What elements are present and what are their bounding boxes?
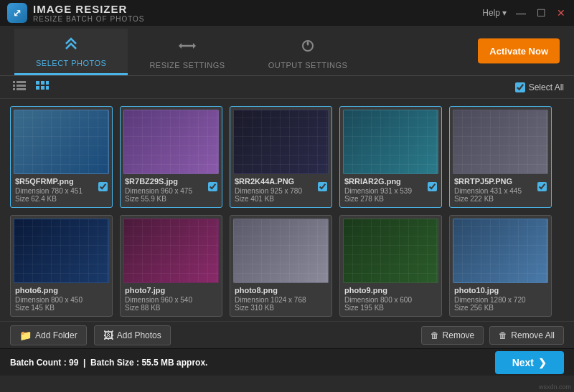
select-all-checkbox[interactable] [515,82,525,92]
app-title-block: IMAGE RESIZER RESIZE BATCH OF PHOTOS [33,3,145,23]
photo-dimension: Dimension 1024 x 768 [235,296,327,304]
photo-item[interactable]: $R7BZ29S.jpg Dimension 960 x 475 Size 55… [120,106,222,208]
photo-item[interactable]: photo6.png Dimension 800 x 450 Size 145 … [10,215,113,317]
photo-checkbox[interactable] [318,182,327,191]
output-settings-icon [298,38,317,58]
photo-dimension: Dimension 431 x 445 [454,187,547,195]
status-bar: Batch Count : 99 | Batch Size : 55.5 MB … [0,348,574,376]
photo-dimension: Dimension 800 x 450 [15,296,108,304]
photo-size: Size 310 KB [235,304,327,312]
photo-name: photo10.jpg [454,286,547,295]
photo-info: photo9.png Dimension 800 x 600 Size 195 … [343,283,438,313]
tab-resize-settings[interactable]: RESIZE SETTINGS [128,29,246,75]
photo-size: Size 55.9 KB [125,195,217,203]
photo-dimension: Dimension 931 x 539 [344,187,437,195]
batch-info: Batch Count : 99 | Batch Size : 55.5 MB … [10,358,207,368]
batch-count-label: Batch Count : [10,358,67,368]
photo-icon: 🖼 [103,330,113,341]
photo-info: $RRTPJ5P.PNG Dimension 431 x 445 Size 22… [453,174,548,204]
photo-size: Size 62.4 KB [15,195,108,203]
svg-rect-15 [46,86,49,90]
photo-info: $RRIAR2G.png Dimension 931 x 539 Size 27… [343,174,438,204]
photo-item[interactable]: photo8.png Dimension 1024 x 768 Size 310… [230,215,332,317]
tab-resize-settings-label: RESIZE SETTINGS [149,61,225,70]
photo-size: Size 256 KB [454,304,547,312]
batch-size-value: 55.5 MB approx. [141,358,207,368]
trash-all-icon: 🗑 [499,330,507,340]
photo-thumbnail [233,219,329,283]
photo-info: photo6.png Dimension 800 x 450 Size 145 … [14,283,109,313]
svg-rect-11 [41,81,44,85]
photo-info: photo10.jpg Dimension 1280 x 720 Size 25… [453,283,548,313]
photo-checkbox[interactable] [537,182,547,191]
titlebar: ⤢ IMAGE RESIZER RESIZE BATCH OF PHOTOS H… [0,0,574,26]
svg-rect-8 [13,88,15,90]
svg-marker-1 [179,43,182,49]
photo-dimension: Dimension 925 x 780 [235,187,327,195]
photo-name: $R5QFRMP.png [15,177,108,186]
folder-icon: 📁 [19,330,32,341]
svg-rect-7 [17,85,26,87]
photo-thumbnail [123,219,219,283]
remove-button[interactable]: 🗑 Remove [421,326,484,345]
tab-output-settings-label: OUTPUT SETTINGS [268,61,348,70]
photo-item[interactable]: $RR2K44A.PNG Dimension 925 x 780 Size 40… [230,106,332,208]
photo-item[interactable]: photo7.jpg Dimension 960 x 540 Size 88 K… [120,215,222,317]
view-buttons [10,80,52,95]
tab-select-photos-label: SELECT PHOTOS [36,59,106,67]
photo-dimension: Dimension 960 x 475 [125,187,217,195]
svg-rect-4 [13,81,15,83]
add-photos-button[interactable]: 🖼 Add Photos [94,325,171,345]
photo-size: Size 222 KB [454,195,547,203]
add-folder-button[interactable]: 📁 Add Folder [10,325,87,345]
photo-size: Size 401 KB [235,195,327,203]
next-button[interactable]: Next ❯ [495,351,564,374]
add-photos-label: Add Photos [117,330,161,340]
photo-size: Size 88 KB [125,304,217,312]
photo-size: Size 278 KB [344,195,437,203]
photo-info: photo8.png Dimension 1024 x 768 Size 310… [233,283,329,313]
select-all-area[interactable]: Select All [515,82,564,92]
photo-size: Size 195 KB [344,304,437,312]
bottom-action-bar: 📁 Add Folder 🖼 Add Photos 🗑 Remove 🗑 Rem… [0,321,574,348]
minimize-button[interactable]: — [515,7,527,19]
photo-grid: $R5QFRMP.png Dimension 780 x 451 Size 62… [0,99,574,321]
batch-size-label: Batch Size : [90,358,139,368]
photo-thumbnail [14,110,109,174]
app-icon-symbol: ⤢ [13,7,22,19]
grid-view-button[interactable] [33,80,52,95]
svg-rect-10 [36,81,39,85]
photo-name: photo9.png [344,286,437,295]
app-name: IMAGE RESIZER [33,3,145,15]
photo-checkbox[interactable] [98,182,108,191]
list-view-button[interactable] [10,80,29,95]
photo-size: Size 145 KB [15,304,108,312]
photo-thumbnail [123,110,219,174]
titlebar-left: ⤢ IMAGE RESIZER RESIZE BATCH OF PHOTOS [7,3,145,23]
remove-buttons: 🗑 Remove 🗑 Remove All [421,326,564,345]
photo-name: $RRTPJ5P.PNG [454,177,547,186]
trash-icon: 🗑 [430,330,439,340]
photo-name: $RRIAR2G.png [344,177,437,186]
photo-item[interactable]: photo9.png Dimension 800 x 600 Size 195 … [339,215,442,317]
photo-item[interactable]: $RRIAR2G.png Dimension 931 x 539 Size 27… [339,106,442,208]
activate-now-button[interactable]: Activate Now [478,38,560,63]
svg-rect-14 [41,86,44,90]
photo-dimension: Dimension 780 x 451 [15,187,108,195]
photo-item[interactable]: $R5QFRMP.png Dimension 780 x 451 Size 62… [10,106,113,208]
resize-settings-icon [178,38,197,58]
batch-count-value: 99 [69,358,78,368]
toolbar: Select All [0,76,574,99]
photo-name: photo6.png [15,286,108,295]
photo-item[interactable]: photo10.jpg Dimension 1280 x 720 Size 25… [449,215,552,317]
svg-rect-13 [36,86,39,90]
photo-checkbox[interactable] [428,182,437,191]
close-button[interactable]: ✕ [555,7,567,19]
remove-all-button[interactable]: 🗑 Remove All [489,326,564,345]
photo-item[interactable]: $RRTPJ5P.PNG Dimension 431 x 445 Size 22… [449,106,552,208]
maximize-button[interactable]: ☐ [535,7,547,19]
help-button[interactable]: Help ▾ [482,8,507,18]
tab-output-settings[interactable]: OUTPUT SETTINGS [247,29,370,75]
tab-select-photos[interactable]: SELECT PHOTOS [14,29,128,75]
photo-checkbox[interactable] [208,182,217,191]
